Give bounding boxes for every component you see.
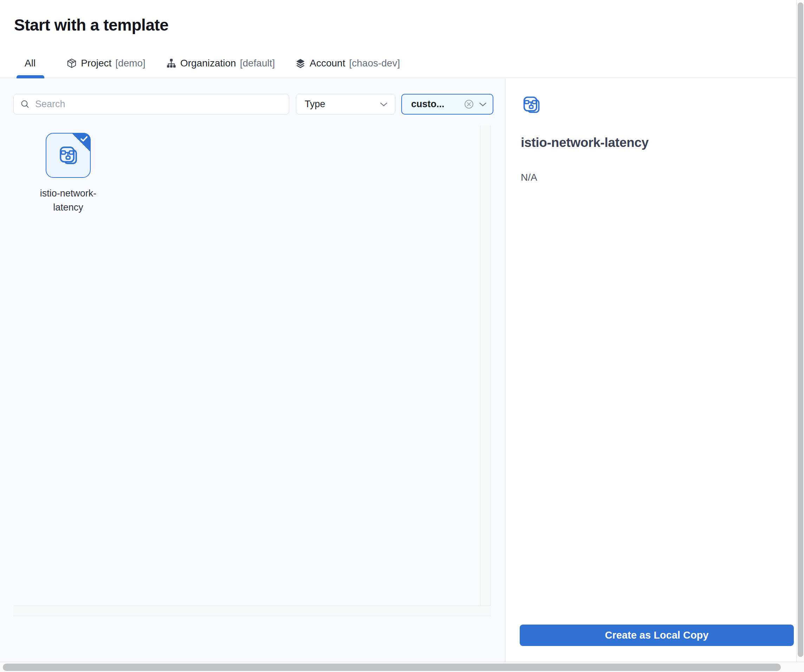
sitemap-icon bbox=[166, 58, 176, 69]
grid-horizontal-scrollbar-track[interactable] bbox=[13, 606, 491, 616]
tab-project-scope: [demo] bbox=[115, 58, 145, 69]
dialog-header: Start with a template All Project [demo] bbox=[0, 0, 804, 78]
page-title: Start with a template bbox=[14, 15, 168, 34]
tab-project-label: Project bbox=[81, 58, 111, 69]
search-icon bbox=[20, 99, 30, 109]
template-detail-description: N/A bbox=[521, 172, 537, 183]
tab-all[interactable]: All bbox=[14, 58, 46, 69]
template-card-label: istio-network-latency bbox=[29, 186, 107, 214]
type-filter-label: Type bbox=[305, 99, 379, 110]
template-card-istio-network-latency[interactable] bbox=[46, 133, 91, 178]
template-browser-panel: Type custo... bbox=[0, 78, 505, 662]
tab-organization-label: Organization bbox=[180, 58, 236, 69]
template-detail-icon bbox=[521, 94, 542, 115]
tab-project[interactable]: Project [demo] bbox=[66, 58, 145, 69]
tab-account-label: Account bbox=[310, 58, 345, 69]
type-filter-dropdown[interactable]: Type bbox=[296, 94, 395, 114]
window-vertical-scrollbar bbox=[796, 0, 804, 662]
create-as-local-copy-button[interactable]: Create as Local Copy bbox=[520, 625, 794, 646]
tab-account-scope: [chaos-dev] bbox=[349, 58, 400, 69]
cube-icon bbox=[66, 58, 77, 69]
clear-filter-icon[interactable] bbox=[464, 100, 474, 109]
chevron-down-icon bbox=[479, 102, 487, 107]
tab-organization[interactable]: Organization [default] bbox=[166, 58, 275, 69]
selected-badge bbox=[72, 133, 91, 152]
tab-all-label: All bbox=[25, 58, 36, 69]
window-vertical-scrollbar-thumb[interactable] bbox=[797, 2, 803, 657]
chevron-down-icon bbox=[379, 102, 388, 107]
tab-account[interactable]: Account [chaos-dev] bbox=[295, 58, 400, 69]
active-tab-indicator bbox=[16, 75, 44, 78]
check-icon bbox=[80, 136, 88, 142]
template-detail-panel: istio-network-latency N/A Create as Loca… bbox=[505, 78, 796, 662]
scope-filter-value: custo... bbox=[411, 99, 464, 110]
grid-vertical-scrollbar-track[interactable] bbox=[480, 126, 490, 606]
window-horizontal-scrollbar-thumb[interactable] bbox=[3, 664, 781, 671]
scope-tabs: All Project [demo] bbox=[14, 54, 400, 73]
tab-organization-scope: [default] bbox=[240, 58, 275, 69]
search-input[interactable] bbox=[35, 99, 283, 110]
template-detail-title: istio-network-latency bbox=[521, 135, 649, 150]
search-box bbox=[13, 94, 289, 114]
window-horizontal-scrollbar bbox=[0, 662, 804, 672]
scope-filter-dropdown[interactable]: custo... bbox=[401, 94, 494, 114]
layers-icon bbox=[295, 58, 306, 69]
